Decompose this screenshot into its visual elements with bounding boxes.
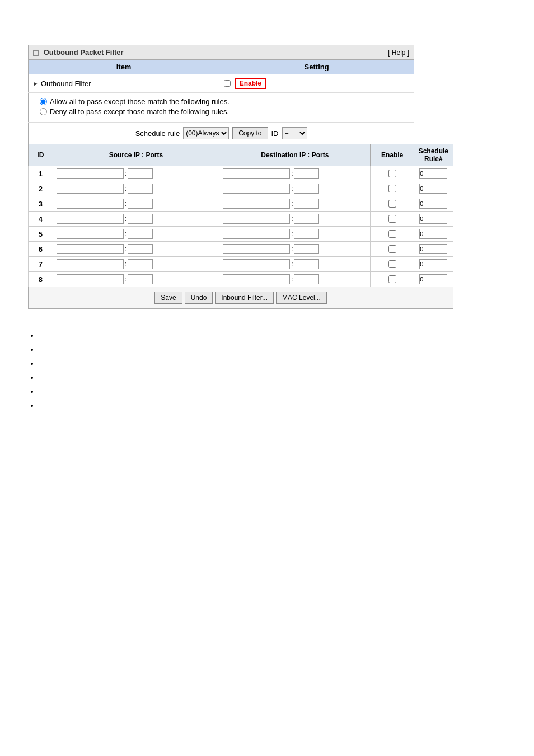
enable-button[interactable]: Enable (235, 78, 266, 89)
source-port-1[interactable] (128, 168, 153, 179)
dest-port-7[interactable] (294, 259, 319, 269)
undo-button[interactable]: Undo (185, 292, 213, 304)
save-button[interactable]: Save (154, 292, 182, 304)
schedule-val-7[interactable] (419, 259, 447, 269)
radio-deny-label: Deny all to pass except those match the … (50, 107, 229, 116)
schedule-cell-8 (414, 272, 453, 287)
source-ip-1[interactable] (57, 168, 124, 179)
table-row: 7 : : (29, 257, 453, 272)
dest-port-8[interactable] (294, 274, 319, 284)
dest-ip-5[interactable] (223, 229, 290, 239)
id-label: ID (271, 129, 279, 138)
dest-ip-4[interactable] (223, 214, 290, 224)
dest-port-5[interactable] (294, 229, 319, 239)
source-port-8[interactable] (128, 274, 153, 284)
enable-check-3[interactable] (388, 200, 396, 208)
inbound-filter-button[interactable]: Inbound Filter... (215, 292, 274, 304)
enable-cell-7 (371, 257, 414, 272)
dest-port-3[interactable] (294, 199, 319, 209)
schedule-select[interactable]: (00)Always (183, 127, 229, 139)
main-table: Outbound Packet Filter [ Help ] Item Set… (28, 45, 453, 309)
dest-ip-8[interactable] (223, 274, 290, 284)
source-ip-7[interactable] (57, 259, 124, 269)
dest-cell: : (219, 196, 371, 212)
enable-check-5[interactable] (388, 230, 396, 238)
mac-level-button[interactable]: MAC Level... (276, 292, 327, 304)
th-destination: Destination IP : Ports (219, 144, 371, 166)
source-port-4[interactable] (128, 214, 153, 224)
dest-ip-7[interactable] (223, 259, 290, 269)
schedule-val-5[interactable] (419, 229, 447, 239)
schedule-label: Schedule rule (135, 129, 180, 138)
schedule-val-8[interactable] (419, 274, 447, 284)
enable-check-6[interactable] (388, 245, 396, 253)
enable-check-2[interactable] (388, 185, 396, 192)
row-id: 7 (29, 257, 53, 272)
dest-cell: : (219, 181, 371, 196)
enable-check-4[interactable] (388, 215, 396, 223)
schedule-val-1[interactable] (419, 168, 447, 179)
source-ip-6[interactable] (57, 244, 124, 254)
copy-to-button[interactable]: Copy to (232, 127, 268, 139)
source-cell: : (53, 166, 219, 181)
schedule-val-6[interactable] (419, 244, 447, 254)
schedule-val-3[interactable] (419, 199, 447, 209)
radio-allow[interactable] (40, 98, 47, 105)
th-id: ID (29, 144, 53, 166)
enable-cell-1 (371, 166, 414, 181)
enable-container: Enable (224, 78, 410, 89)
page-title: Outbound Packet Filter (44, 48, 124, 57)
source-cell: : (53, 272, 219, 287)
radio-deny[interactable] (40, 108, 47, 115)
source-ip-2[interactable] (57, 184, 124, 194)
enable-cell-2 (371, 181, 414, 196)
dest-port-4[interactable] (294, 214, 319, 224)
dest-cell: : (219, 257, 371, 272)
colon-1: : (125, 170, 127, 177)
dest-ip-2[interactable] (223, 184, 290, 194)
source-cell: : (53, 257, 219, 272)
dest-ip-3[interactable] (223, 199, 290, 209)
table-row: 6 : : (29, 242, 453, 257)
source-ip-8[interactable] (57, 274, 124, 284)
radio-options-row: Allow all to pass except those match the… (29, 93, 453, 123)
list-item (39, 359, 512, 368)
schedule-cell-3 (414, 196, 453, 212)
dest-ip-1[interactable] (223, 168, 290, 179)
id-select[interactable]: – (282, 127, 307, 139)
row-id: 2 (29, 181, 53, 196)
source-port-7[interactable] (128, 259, 153, 269)
row-id: 6 (29, 242, 53, 257)
outbound-filter-label: ► Outbound Filter (33, 79, 215, 88)
enable-cell-5 (371, 227, 414, 242)
dest-ip-6[interactable] (223, 244, 290, 254)
enable-check-7[interactable] (388, 260, 396, 268)
schedule-cell-7 (414, 257, 453, 272)
schedule-cell-4 (414, 212, 453, 227)
schedule-row: Schedule rule (00)Always Copy to ID – (29, 123, 453, 144)
dest-cell: : (219, 166, 371, 181)
outbound-filter-row: ► Outbound Filter Enable (29, 74, 453, 93)
schedule-val-4[interactable] (419, 214, 447, 224)
help-link[interactable]: [ Help ] (388, 49, 409, 57)
source-port-6[interactable] (128, 244, 153, 254)
list-item (39, 401, 512, 410)
col-item-header: Item (29, 60, 219, 74)
enable-check-1[interactable] (388, 170, 396, 177)
source-ip-3[interactable] (57, 199, 124, 209)
source-cell: : (53, 196, 219, 212)
table-row: 8 : : (29, 272, 453, 287)
enable-check-8[interactable] (388, 275, 396, 283)
source-port-2[interactable] (128, 184, 153, 194)
outbound-enable-checkbox[interactable] (224, 80, 231, 87)
table-row: 4 : : (29, 212, 453, 227)
source-port-3[interactable] (128, 199, 153, 209)
source-ip-5[interactable] (57, 229, 124, 239)
source-ip-4[interactable] (57, 214, 124, 224)
schedule-val-2[interactable] (419, 184, 447, 194)
source-port-5[interactable] (128, 229, 153, 239)
dest-port-1[interactable] (294, 168, 319, 179)
page-wrapper: Outbound Packet Filter [ Help ] Item Set… (11, 11, 523, 426)
dest-port-2[interactable] (294, 184, 319, 194)
dest-port-6[interactable] (294, 244, 319, 254)
